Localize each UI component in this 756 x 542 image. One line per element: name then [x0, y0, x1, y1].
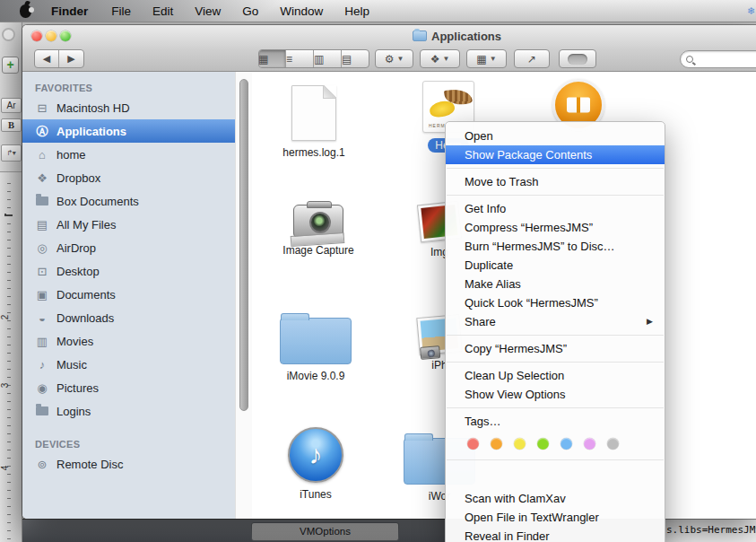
menu-item-tags[interactable]: Tags…: [446, 412, 665, 431]
action-gear-button[interactable]: ⚙▼: [375, 49, 413, 68]
menubar-extra-icon[interactable]: ❄: [747, 5, 756, 16]
file-hermes-log[interactable]: hermes.log.1: [256, 85, 372, 159]
folder-imovie[interactable]: iMovie 9.0.9: [257, 310, 374, 382]
music-note-icon: ♪: [309, 440, 323, 470]
sidebar-item-dropbox[interactable]: ❖ Dropbox: [22, 166, 235, 189]
sidebar-item-applications[interactable]: Ⓐ Applications: [22, 119, 235, 143]
arrange-button[interactable]: ▦▼: [466, 49, 507, 68]
menu-item-compress[interactable]: Compress “HermesJMS”: [446, 218, 665, 237]
search-field[interactable]: [680, 50, 756, 68]
icon-view-button[interactable]: ▦: [258, 50, 286, 67]
sidebar-item-desktop[interactable]: ⊡ Desktop: [22, 259, 235, 283]
tag-yellow[interactable]: [514, 438, 526, 450]
dropbox-icon: ❖: [430, 54, 440, 65]
bold-button[interactable]: B: [1, 118, 22, 132]
sidebar-item-airdrop[interactable]: ◎ AirDrop: [22, 236, 235, 259]
menu-go[interactable]: Go: [231, 0, 269, 22]
menu-item-show-view-options[interactable]: Show View Options: [446, 385, 665, 404]
folder-icon: [280, 318, 352, 364]
menu-item-quick-look[interactable]: Quick Look “HermesJMS”: [446, 293, 665, 312]
font-button[interactable]: Ar: [1, 98, 22, 113]
menu-item-make-alias[interactable]: Make Alias: [446, 275, 665, 293]
menu-separator: [447, 195, 664, 196]
sidebar-item-music[interactable]: ♪ Music: [22, 353, 235, 376]
sidebar-item-documents[interactable]: ▣ Documents: [22, 283, 235, 306]
menu-item-move-to-trash[interactable]: Move to Trash: [446, 172, 665, 191]
menu-spacer: [446, 464, 665, 489]
hard-drive-icon: ⊟: [34, 102, 50, 114]
menu-item-copy[interactable]: Copy “HermesJMS”: [446, 339, 665, 358]
zoom-button[interactable]: [60, 31, 71, 41]
tag-red[interactable]: [467, 438, 479, 450]
minimize-button[interactable]: [46, 31, 56, 41]
list-view-button[interactable]: ≡: [286, 50, 314, 67]
menu-item-duplicate[interactable]: Duplicate: [446, 256, 665, 275]
sidebar-item-logins[interactable]: Logins: [22, 399, 235, 423]
scrollbar-thumb[interactable]: [239, 79, 248, 411]
coverflow-view-button[interactable]: ▤: [342, 50, 369, 67]
search-input[interactable]: [697, 53, 756, 66]
menu-bar: Finder File Edit View Go Window Help ❄: [0, 0, 756, 22]
menu-item-share[interactable]: Share ▶: [446, 312, 665, 331]
tag-orange[interactable]: [491, 438, 502, 450]
column-view-button[interactable]: ▥: [314, 50, 342, 67]
menu-item-burn-to-disc[interactable]: Burn “HermesJMS” to Disc…: [446, 237, 665, 256]
sidebar-item-remote-disc[interactable]: ⊚ Remote Disc: [22, 452, 235, 476]
sidebar-item-downloads[interactable]: ◒ Downloads: [22, 306, 235, 329]
sidebar-item-label: Music: [56, 358, 87, 372]
sidebar-scrollbar[interactable]: [235, 72, 252, 519]
tag-green[interactable]: [537, 438, 549, 450]
menu-item-clean-up-selection[interactable]: Clean Up Selection: [446, 366, 665, 385]
window-title: Applications: [413, 25, 501, 47]
tag-gray[interactable]: [607, 438, 619, 450]
menu-item-open[interactable]: Open: [446, 127, 665, 145]
sidebar-item-home[interactable]: ⌂ home: [22, 143, 235, 166]
apple-menu-icon[interactable]: [20, 4, 31, 18]
sidebar-item-label: Desktop: [56, 265, 100, 278]
menu-finder[interactable]: Finder: [39, 0, 100, 22]
menu-item-label: Share: [465, 315, 496, 328]
chevron-down-icon: ▼: [396, 55, 404, 63]
share-button[interactable]: ↗: [514, 49, 550, 68]
sidebar-item-pictures[interactable]: ◉ Pictures: [22, 376, 235, 399]
file-itunes-app[interactable]: ♪ iTunes: [257, 427, 374, 501]
sidebar-item-label: AirDrop: [56, 241, 96, 255]
close-button[interactable]: [31, 31, 42, 41]
menu-item-show-package-contents[interactable]: Show Package Contents: [446, 145, 665, 164]
chevron-down-icon: ▼: [490, 55, 497, 63]
sidebar-item-all-my-files[interactable]: ▤ All My Files: [22, 213, 235, 236]
menu-item-get-info[interactable]: Get Info: [446, 199, 665, 218]
menu-item-open-file-in-textwrangler[interactable]: Open File in TextWrangler: [446, 508, 665, 527]
window-title-text: Applications: [431, 30, 501, 43]
menu-item-scan-with-clamxav[interactable]: Scan with ClamXav: [446, 489, 665, 508]
file-image-capture-app[interactable]: Image Capture: [260, 196, 377, 257]
sidebar-item-movies[interactable]: ▥ Movies: [22, 329, 235, 353]
music-icon: ♪: [34, 359, 50, 371]
menu-item-reveal-in-finder[interactable]: Reveal in Finder: [446, 527, 665, 542]
desktop-icon: ⊡: [34, 266, 50, 277]
tag-blue[interactable]: [560, 438, 572, 450]
dropdown-button[interactable]: ↱▾: [1, 144, 22, 162]
folder-proxy-icon[interactable]: [413, 31, 427, 41]
back-button[interactable]: ◀: [35, 50, 59, 67]
share-icon: ↗: [527, 54, 536, 65]
vmoptions-tab[interactable]: VMOptions: [251, 522, 399, 541]
forward-button[interactable]: ▶: [59, 50, 83, 67]
menu-view[interactable]: View: [184, 0, 231, 22]
menu-separator: [447, 335, 664, 336]
menu-edit[interactable]: Edit: [142, 0, 184, 22]
dropbox-button[interactable]: ❖▼: [420, 49, 460, 68]
camera-lens: [309, 212, 331, 233]
title-bar[interactable]: Applications: [22, 25, 756, 47]
quicklook-toggle-button[interactable]: [559, 49, 596, 68]
camera-app-icon: [293, 205, 343, 239]
add-icon[interactable]: +: [2, 57, 19, 74]
menu-help[interactable]: Help: [334, 0, 380, 22]
background-window-button: [2, 28, 15, 41]
sidebar-item-label: Documents: [56, 288, 116, 302]
menu-window[interactable]: Window: [269, 0, 334, 22]
sidebar-item-box-documents[interactable]: Box Documents: [22, 189, 235, 213]
tag-purple[interactable]: [584, 438, 595, 450]
menu-file[interactable]: File: [100, 0, 142, 22]
sidebar-item-macintosh-hd[interactable]: ⊟ Macintosh HD: [22, 96, 235, 119]
